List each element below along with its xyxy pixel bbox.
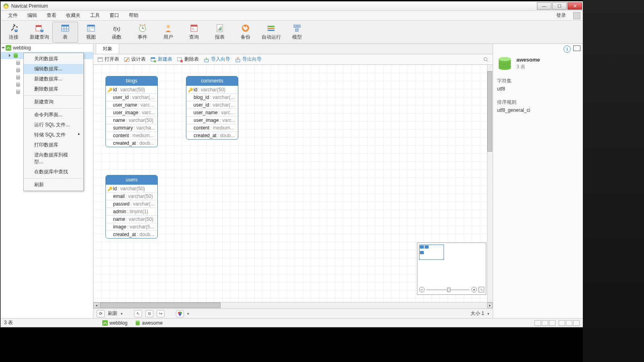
erd-column[interactable]: admin: tinyint(1) xyxy=(106,208,157,215)
menu-edit[interactable]: 编辑 xyxy=(23,11,42,20)
erd-column[interactable]: 🔑id: varchar(50) xyxy=(186,86,238,93)
toolbar-function[interactable]: f(x)函数 xyxy=(104,22,130,43)
menu-view[interactable]: 查看 xyxy=(42,11,61,20)
erd-column[interactable]: passwd: varchar(... xyxy=(106,200,157,208)
toolbar-event[interactable]: 事件 xyxy=(130,22,155,43)
erd-column[interactable]: created_at: doub... xyxy=(106,139,157,147)
ctx-reverse-model[interactable]: 逆向数据库到模型... xyxy=(24,150,83,167)
select-tool-button[interactable]: ↖ xyxy=(134,310,142,317)
horizontal-scrollbar[interactable]: ◂ ▸ xyxy=(93,302,493,309)
erd-column[interactable]: name: varchar(50) xyxy=(106,116,157,124)
zoom-slider[interactable] xyxy=(426,289,470,290)
erd-column[interactable]: content: medium... xyxy=(106,132,157,139)
menu-tools[interactable]: 工具 xyxy=(85,11,105,20)
ctx-new-db[interactable]: 新建数据库... xyxy=(24,74,83,84)
erd-column[interactable]: created_at: doub... xyxy=(106,230,157,238)
zoom-fit-button[interactable]: ⤡ xyxy=(479,287,484,292)
pan-tool-button[interactable]: ⊙ xyxy=(145,310,153,317)
menu-help[interactable]: 帮助 xyxy=(124,11,143,20)
info-button[interactable]: i xyxy=(564,45,571,53)
ctx-dump-sql[interactable]: 转储 SQL 文件 xyxy=(24,130,83,140)
dropdown-icon[interactable]: ▾ xyxy=(487,312,489,316)
view-detail-button[interactable] xyxy=(549,320,555,326)
view-list-button[interactable] xyxy=(542,320,548,326)
slider-handle[interactable] xyxy=(447,288,450,292)
action-import-wizard[interactable]: 导入向导 xyxy=(204,56,230,63)
scroll-left-button[interactable]: ◂ xyxy=(93,302,99,308)
erd-column[interactable]: user_id: varchar(5... xyxy=(186,101,238,109)
ctx-edit-db[interactable]: 编辑数据库... xyxy=(24,64,83,74)
menu-favorites[interactable]: 收藏夹 xyxy=(61,11,85,20)
erd-column[interactable]: image: varchar(5... xyxy=(106,223,157,230)
connection-node[interactable]: webblog xyxy=(1,44,93,52)
action-design-table[interactable]: 设计表 xyxy=(124,56,146,63)
erd-column[interactable]: name: varchar(50) xyxy=(106,215,157,223)
action-open-table[interactable]: 打开表 xyxy=(97,56,119,63)
layout-1-button[interactable] xyxy=(559,320,565,326)
erd-column[interactable]: user_id: varchar(5... xyxy=(106,93,157,101)
zoom-in-button[interactable]: + xyxy=(471,287,477,292)
erd-table-blogs[interactable]: blogs🔑id: varchar(50)user_id: varchar(5.… xyxy=(105,76,158,147)
erd-table-users[interactable]: users🔑id: varchar(50)email: varchar(50)p… xyxy=(105,175,158,239)
erd-column[interactable]: summary: varcha... xyxy=(106,124,157,132)
dropdown-icon[interactable]: ▾ xyxy=(187,312,189,316)
toolbar-connect[interactable]: +连接 xyxy=(1,22,27,43)
ctx-run-sql[interactable]: 运行 SQL 文件... xyxy=(24,120,83,130)
erd-column[interactable]: email: varchar(50) xyxy=(106,192,157,200)
ctx-new-query[interactable]: 新建查询 xyxy=(24,97,83,107)
action-new-table[interactable]: +新建表 xyxy=(151,56,172,63)
erd-column[interactable]: user_name: varch... xyxy=(186,109,238,116)
ctx-print-db[interactable]: 打印数据库 xyxy=(24,140,83,150)
toolbar-model[interactable]: 模型 xyxy=(284,22,310,43)
ctx-delete-db[interactable]: 删除数据库 xyxy=(24,84,83,94)
login-link[interactable]: 登录 xyxy=(551,11,571,20)
erd-column[interactable]: user_image: varc... xyxy=(106,109,157,116)
vertical-scrollbar[interactable] xyxy=(487,65,493,302)
menu-window[interactable]: 窗口 xyxy=(105,11,124,20)
toolbar-table[interactable]: 表 xyxy=(52,22,78,43)
erd-column[interactable]: 🔑id: varchar(50) xyxy=(106,185,157,192)
erd-column[interactable]: user_name: varch... xyxy=(106,101,157,109)
action-delete-table[interactable]: 删除表 xyxy=(177,56,199,63)
ctx-console[interactable]: 命令列界面... xyxy=(24,110,83,120)
close-button[interactable]: ✕ xyxy=(568,2,582,10)
toolbar-report[interactable]: 报表 xyxy=(207,22,233,43)
toolbar-view[interactable]: 视图 xyxy=(78,22,104,43)
toolbar-user[interactable]: 用户 xyxy=(155,22,181,43)
layout-2-button[interactable] xyxy=(566,320,572,326)
color-button[interactable] xyxy=(176,310,184,317)
view-grid-button[interactable] xyxy=(535,320,541,326)
user-avatar-icon[interactable] xyxy=(573,12,580,19)
expand-icon[interactable] xyxy=(9,54,10,57)
scrollbar-thumb[interactable] xyxy=(487,71,492,152)
erd-column[interactable]: 🔑id: varchar(50) xyxy=(106,86,157,93)
overview-panel[interactable]: − + ⤡ xyxy=(417,243,486,295)
erd-table-comments[interactable]: comments🔑id: varchar(50)blog_id: varchar… xyxy=(186,76,238,140)
expand-icon[interactable] xyxy=(2,47,5,49)
menu-file[interactable]: 文件 xyxy=(3,11,23,20)
ctx-find-in-db[interactable]: 在数据库中查找 xyxy=(24,167,83,177)
ddl-button[interactable] xyxy=(573,45,580,51)
toolbar-new-query[interactable]: +新建查询 xyxy=(27,22,52,43)
erd-table-header[interactable]: blogs xyxy=(106,76,157,86)
toolbar-autorun[interactable]: 自动运行 xyxy=(258,22,284,43)
status-connection[interactable]: webblog xyxy=(102,320,128,326)
search-icon[interactable] xyxy=(483,57,489,62)
scrollbar-thumb[interactable] xyxy=(100,302,221,308)
maximize-button[interactable]: ☐ xyxy=(552,2,567,10)
erd-column[interactable]: content: medium... xyxy=(186,124,238,132)
status-database[interactable]: awesome xyxy=(135,320,163,326)
dropdown-icon[interactable]: ▾ xyxy=(121,312,123,316)
zoom-out-button[interactable]: − xyxy=(419,287,425,292)
action-export-wizard[interactable]: 导出向导 xyxy=(235,56,262,63)
refresh-button[interactable]: ⟳ xyxy=(97,310,105,317)
erd-column[interactable]: blog_id: varchar(... xyxy=(186,93,238,101)
ctx-close-db[interactable]: 关闭数据库 xyxy=(24,54,83,64)
erd-canvas[interactable]: blogs🔑id: varchar(50)user_id: varchar(5.… xyxy=(93,65,493,302)
toolbar-backup[interactable]: 备份 xyxy=(233,22,258,43)
minimize-button[interactable]: — xyxy=(537,2,551,10)
layout-3-button[interactable] xyxy=(573,320,580,326)
ctx-refresh[interactable]: 刷新 xyxy=(24,180,83,190)
link-tool-button[interactable]: ↪ xyxy=(157,310,165,317)
tab-objects[interactable]: 对象 xyxy=(96,43,119,54)
